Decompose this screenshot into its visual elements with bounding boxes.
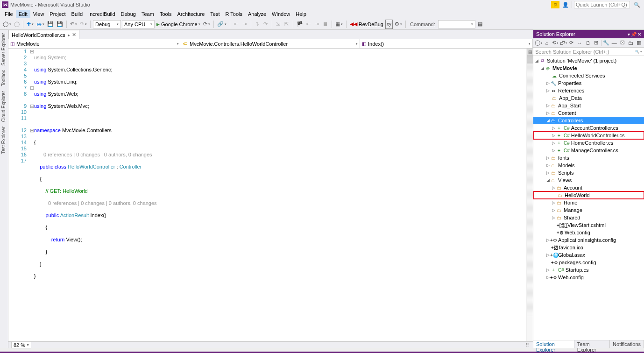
se-back-button[interactable]: ◯▾ xyxy=(535,39,542,47)
step-button-1[interactable]: ⇤ xyxy=(233,20,240,29)
models-node[interactable]: ▷🗀Models xyxy=(533,162,644,169)
menu-view[interactable]: View xyxy=(30,10,47,18)
nav-fwd-button[interactable]: ◯ xyxy=(13,20,21,29)
se-showall-button[interactable]: 🗋 xyxy=(584,39,592,47)
global-node[interactable]: ▷+🌐Global.asax xyxy=(533,251,644,259)
webconfig-node[interactable]: ▷+⚙Web.config xyxy=(533,274,644,281)
start-debug-button[interactable]: ▶ Google Chrome▾ xyxy=(156,20,201,29)
helloworldcontroller-node[interactable]: ▷+C# HelloWorldController.cs xyxy=(533,132,644,139)
se-showfiles-button[interactable]: — xyxy=(610,39,618,47)
panel-close-icon[interactable]: ✕ xyxy=(637,32,641,37)
accountcontroller-node[interactable]: ▷+C# AccountController.cs xyxy=(533,124,644,132)
se-viewer-button[interactable]: ▦ xyxy=(635,39,643,47)
connected-services-node[interactable]: ☁Connected Services xyxy=(533,72,644,79)
config-combo[interactable]: Debug▾ xyxy=(93,20,121,28)
chevron-down-icon[interactable]: ◢ xyxy=(545,178,550,183)
gear-button[interactable]: ⚙▾ xyxy=(394,20,403,29)
save-button[interactable]: 💾 xyxy=(46,20,55,29)
nav-back-button[interactable]: ◯▾ xyxy=(2,20,12,29)
pin-icon[interactable]: ⬥ xyxy=(67,32,70,37)
step-into-button[interactable]: ↴ xyxy=(254,20,261,29)
browser-refresh-button[interactable]: ⟳▾ xyxy=(202,20,211,29)
se-refresh-button[interactable]: ⟳ xyxy=(568,39,575,47)
tab-test-explorer[interactable]: Test Explorer xyxy=(0,124,7,156)
split-button[interactable]: ▤ xyxy=(527,49,533,55)
menu-debug[interactable]: Debug xyxy=(118,10,139,18)
redo-button[interactable]: ↷▾ xyxy=(79,20,88,29)
tab-server-explorer[interactable]: Server Explorer xyxy=(0,31,7,68)
thread-prev-button[interactable]: ⇤ xyxy=(305,20,312,29)
chevron-down-icon[interactable]: ◢ xyxy=(534,58,539,63)
se-preview-button[interactable]: ⊞ xyxy=(593,39,600,47)
close-icon[interactable]: ✕ xyxy=(72,32,76,38)
solution-tree[interactable]: ◢⧉Solution 'MvcMovie' (1 project) ◢⊕MvcM… xyxy=(533,56,644,340)
menu-window[interactable]: Window xyxy=(269,10,293,18)
tab-toolbox[interactable]: Toolbox xyxy=(0,68,7,88)
se-scope-button[interactable]: 🗗▾ xyxy=(559,39,567,47)
threads-button[interactable]: ≣ xyxy=(322,20,329,29)
revdebug-icon[interactable]: ▦▾ xyxy=(334,20,344,29)
views-node[interactable]: ◢🗀Views xyxy=(533,176,644,184)
step-button-2[interactable]: ⇥ xyxy=(241,20,248,29)
view-helloworld-node[interactable]: 🗀HelloWorld xyxy=(533,191,644,199)
se-home-button[interactable]: ⌂ xyxy=(543,39,551,47)
undo-button[interactable]: ↶▾ xyxy=(69,20,78,29)
command-combo[interactable]: ▾ xyxy=(438,20,475,28)
notification-flag-icon[interactable]: 🏳 xyxy=(551,1,559,8)
new-project-button[interactable]: ✚▾ xyxy=(26,20,35,29)
tab-solution-explorer[interactable]: Solution Explorer xyxy=(533,340,574,348)
project-node[interactable]: ◢⊕MvcMovie xyxy=(533,64,644,72)
appinsights-node[interactable]: ▷+⚙ApplicationInsights.config xyxy=(533,236,644,244)
menu-analyze[interactable]: Analyze xyxy=(245,10,269,18)
view-shared-node[interactable]: ▷🗀Shared xyxy=(533,214,644,221)
flag-button[interactable]: 🏴 xyxy=(296,20,304,29)
nav-class[interactable]: 🏷 MvcMovie.Controllers.HelloWorldControl… xyxy=(181,39,360,48)
appdata-node[interactable]: 🗀App_Data xyxy=(533,94,644,102)
menu-team[interactable]: Team xyxy=(139,10,157,18)
zoom-combo[interactable]: 82 %▾ xyxy=(11,342,31,348)
se-properties-button[interactable]: 🔧 xyxy=(602,39,610,47)
se-sync-button[interactable]: ⟲▾ xyxy=(552,39,559,47)
step-over-button[interactable]: ↷ xyxy=(262,20,269,29)
appstart-node[interactable]: ▷🗀App_Start xyxy=(533,102,644,109)
properties-node[interactable]: ▷🔧Properties xyxy=(533,79,644,87)
menu-project[interactable]: Project xyxy=(47,10,68,18)
panel-menu-icon[interactable]: ▾ xyxy=(628,32,630,37)
solution-explorer-header[interactable]: Solution Explorer ▾ 📌 ✕ xyxy=(533,30,644,38)
menu-tools[interactable]: Tools xyxy=(157,10,175,18)
platform-combo[interactable]: Any CPU▾ xyxy=(122,20,155,28)
menu-test[interactable]: Test xyxy=(207,10,222,18)
open-file-button[interactable]: 🗁▾ xyxy=(35,20,45,29)
menu-file[interactable]: File xyxy=(2,10,16,18)
view-manage-node[interactable]: ▷🗀Manage xyxy=(533,206,644,214)
menu-build[interactable]: Build xyxy=(69,10,85,18)
menu-edit[interactable]: Edit xyxy=(16,10,30,18)
solution-node[interactable]: ◢⧉Solution 'MvcMovie' (1 project) xyxy=(533,57,644,64)
viewstart-node[interactable]: +[@]_ViewStart.cshtml xyxy=(533,221,644,229)
favicon-node[interactable]: +🖼favicon.ico xyxy=(533,244,644,251)
browser-link-button[interactable]: 🔗▾ xyxy=(216,20,227,29)
se-collapse-button[interactable]: ↔ xyxy=(576,39,584,47)
menu-rtools[interactable]: R Tools xyxy=(222,10,245,18)
command-run-button[interactable]: ▦ xyxy=(476,20,484,29)
quick-launch-input[interactable] xyxy=(574,1,630,8)
revdebug-rec-button[interactable]: ◀◀ RevDeBug xyxy=(349,20,384,29)
startup-node[interactable]: ▷+C# Startup.cs xyxy=(533,266,644,274)
code-editor[interactable]: 12345 678 9 1011 1213 14151617 ⊟ ⊟⊟ ⊟ us… xyxy=(8,49,533,341)
account-icon[interactable]: 👤 xyxy=(561,1,570,8)
se-search-input[interactable]: Search Solution Explorer (Ctrl+;) 🔍 ▾ xyxy=(533,48,644,56)
panel-pin-icon[interactable]: 📌 xyxy=(631,32,637,37)
references-node[interactable]: ▷▪▪References xyxy=(533,87,644,94)
scripts-node[interactable]: ▷🗀Scripts xyxy=(533,169,644,176)
menu-help[interactable]: Help xyxy=(293,10,309,18)
chevron-down-icon[interactable]: ◢ xyxy=(540,66,545,71)
menu-incredibuild[interactable]: IncrediBuild xyxy=(85,10,118,18)
code-text[interactable]: using System; using System.Collections.G… xyxy=(34,49,526,341)
packages-node[interactable]: +⚙packages.config xyxy=(533,259,644,266)
managecontroller-node[interactable]: ▷+C# ManageController.cs xyxy=(533,147,644,154)
controllers-node[interactable]: ◢🗀Controllers xyxy=(533,117,644,124)
step-out-button[interactable]: ⇲ xyxy=(275,20,282,29)
homecontroller-node[interactable]: ▷+C# HomeController.cs xyxy=(533,139,644,147)
nav-member[interactable]: ◧ Index() ▾ xyxy=(360,39,533,48)
webconfig-views-node[interactable]: +⚙Web.config xyxy=(533,229,644,236)
